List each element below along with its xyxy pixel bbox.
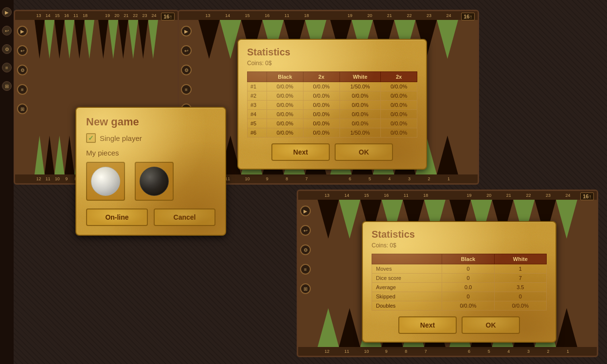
white-piece-circle [91, 167, 120, 196]
stats-2-white: 3.5 [494, 283, 546, 292]
new-game-buttons: On-line Cancel [86, 208, 215, 226]
stats-coins-2: Coins: 0$ [372, 242, 547, 249]
stats-1-white: 0/0.0% [339, 119, 381, 128]
stats-1-next-button[interactable]: Next [271, 143, 330, 161]
board-settings-btn-br[interactable]: ⚙ [300, 244, 311, 255]
stats-title-2: Statistics [372, 229, 547, 240]
stats2-col-black: Black [442, 254, 494, 264]
stats-1-white: 0/0.0% [339, 101, 381, 110]
board-numbers-br-bottom: 121110987 654321 [298, 347, 597, 356]
stats2-col-white: White [494, 254, 546, 264]
stats-1-black: 0/0.0% [267, 128, 303, 138]
board-list-btn-tl[interactable]: ≡ [17, 84, 28, 95]
stats-col-round [248, 72, 267, 82]
stats-1-black2x: 0/0.0% [303, 128, 339, 138]
board-numbers-top-left-top: 131415161118 192021222324 [15, 11, 178, 20]
cancel-button[interactable]: Cancel [154, 208, 215, 226]
stats-1-black: 0/0.0% [267, 110, 303, 119]
board-list-btn-tr[interactable]: ≡ [181, 84, 192, 95]
play-button[interactable]: ▶ [2, 7, 12, 17]
stats-col-black: Black [267, 72, 303, 82]
stats-1-row: #4 0/0.0% 0/0.0% 0/0.0% 0/0.0% [248, 110, 417, 119]
stats-2-black: 0 [442, 264, 494, 274]
board-score-tl: 16↑ [161, 13, 175, 20]
stats-2-label: Dice score [372, 274, 442, 283]
stats-1-white2x: 0/0.0% [381, 110, 417, 119]
stats-1-round: #5 [248, 119, 267, 128]
white-piece-option[interactable] [86, 162, 125, 201]
stats-2-label: Moves [372, 264, 442, 274]
stats-1-white: 1/50.0% [339, 82, 381, 91]
stats-2-label: Doubles [372, 301, 442, 311]
single-player-row: ✓ Single player [86, 133, 215, 143]
stats-2-white: 0/0.0% [494, 301, 546, 311]
board-grid-btn-tl[interactable]: ⊞ [17, 104, 28, 114]
board-numbers-br-top: 131415161118 192021222324 [298, 191, 597, 200]
list-button[interactable]: ≡ [2, 63, 12, 72]
stats-1-round: #1 [248, 82, 267, 91]
stats-1-row: #3 0/0.0% 0/0.0% 0/0.0% 0/0.0% [248, 101, 417, 110]
board-play-btn-tr[interactable]: ▶ [181, 26, 192, 36]
stats-col-white2x: 2x [381, 72, 417, 82]
stats-1-row: #1 0/0.0% 0/0.0% 1/50.0% 0/0.0% [248, 82, 417, 91]
stats-2-black: 0/0.0% [442, 301, 494, 311]
stats-1-black2x: 0/0.0% [303, 91, 339, 101]
stats-1-black: 0/0.0% [267, 119, 303, 128]
stats-table-2: Black White Moves 0 1 Dice score 0 7 Ave… [372, 254, 547, 311]
board-score-br: 16↑ [580, 192, 594, 200]
stats-1-row: #6 0/0.0% 0/0.0% 1/50.0% 0/0.0% [248, 128, 417, 138]
stats-1-black2x: 0/0.0% [303, 110, 339, 119]
board-play-btn-br[interactable]: ▶ [300, 206, 311, 216]
single-player-checkbox[interactable]: ✓ [86, 133, 96, 143]
stats-2-white: 7 [494, 274, 546, 283]
pieces-label: My pieces [86, 149, 215, 157]
stats-1-row: #2 0/0.0% 0/0.0% 0/0.0% 0/0.0% [248, 91, 417, 101]
board-undo-btn-tl[interactable]: ↩ [17, 45, 28, 56]
grid-button[interactable]: ⊞ [2, 81, 12, 91]
stats-table-1: Black 2x White 2x #1 0/0.0% 0/0.0% 1/50.… [247, 71, 417, 138]
stats-2-row: Dice score 0 7 [372, 274, 547, 283]
black-piece-option[interactable] [135, 162, 174, 201]
online-button[interactable]: On-line [86, 208, 148, 226]
board-grid-btn-br[interactable]: ⊞ [300, 283, 311, 294]
statistics-dialog-2: Statistics Coins: 0$ Black White Moves 0… [362, 221, 556, 343]
checkmark-icon: ✓ [88, 134, 94, 142]
board-undo-btn-br[interactable]: ↩ [300, 225, 311, 236]
stats-2-white: 0 [494, 292, 546, 301]
board-settings-btn-tl[interactable]: ⚙ [17, 65, 28, 75]
stats-title-1: Statistics [247, 47, 417, 58]
stats-1-white: 0/0.0% [339, 110, 381, 119]
new-game-title: New game [86, 116, 215, 128]
stats-1-white2x: 0/0.0% [381, 91, 417, 101]
stats-2-black: 0.0 [442, 283, 494, 292]
stats-2-black: 0 [442, 292, 494, 301]
stats-1-black2x: 0/0.0% [303, 82, 339, 91]
stats-1-round: #6 [248, 128, 267, 138]
stats-1-black2x: 0/0.0% [303, 119, 339, 128]
board-undo-btn-tr[interactable]: ↩ [181, 45, 192, 56]
stats-1-white: 0/0.0% [339, 91, 381, 101]
board-settings-btn-tr[interactable]: ⚙ [181, 65, 192, 75]
stats-2-ok-button[interactable]: OK [462, 316, 520, 334]
stats-1-white2x: 0/0.0% [381, 128, 417, 138]
black-piece-circle [140, 167, 169, 196]
stats-1-ok-button[interactable]: OK [335, 143, 393, 161]
stats-1-round: #2 [248, 91, 267, 101]
stats-col-white: White [339, 72, 381, 82]
settings-button[interactable]: ⚙ [2, 44, 12, 54]
board-list-btn-br[interactable]: ≡ [300, 264, 311, 275]
new-game-dialog: New game ✓ Single player My pieces On-li… [75, 107, 226, 236]
stats-2-label: Skipped [372, 292, 442, 301]
stats-col-black2x: 2x [303, 72, 339, 82]
stats-2-white: 1 [494, 264, 546, 274]
board-play-btn-tl[interactable]: ▶ [17, 26, 28, 36]
stats-coins-1: Coins: 0$ [247, 60, 417, 67]
stats-2-row: Doubles 0/0.0% 0/0.0% [372, 301, 547, 311]
stats-1-white2x: 0/0.0% [381, 101, 417, 110]
undo-button[interactable]: ↩ [2, 26, 12, 35]
stats-2-label: Average [372, 283, 442, 292]
triangles-top-tl [35, 20, 158, 59]
stats-2-next-button[interactable]: Next [398, 316, 457, 334]
stats-2-row: Skipped 0 0 [372, 292, 547, 301]
stats-2-black: 0 [442, 274, 494, 283]
